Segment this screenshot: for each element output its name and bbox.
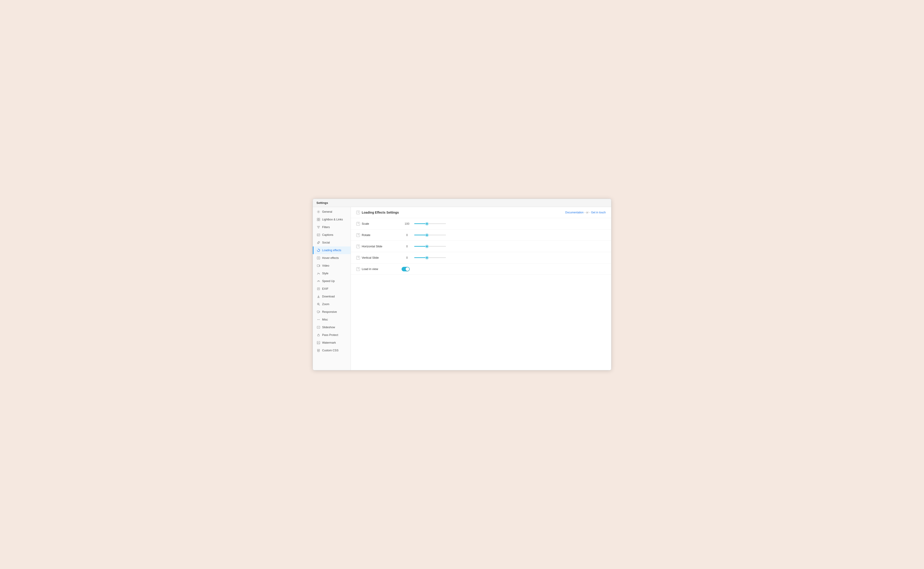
video-icon: [317, 264, 320, 268]
sidebar-label-responsive: Responsive: [322, 310, 337, 313]
setting-value-rotate: 0: [402, 234, 413, 237]
responsive-icon: [317, 310, 320, 314]
svg-rect-2: [319, 218, 320, 219]
slider-thumb-rotate[interactable]: [426, 234, 428, 236]
sidebar-item-hover-effects[interactable]: Hover effects: [313, 254, 350, 262]
svg-point-14: [319, 319, 320, 320]
zoom-icon: [317, 303, 320, 306]
setting-row-scale: ? Scale 100: [351, 218, 611, 230]
sidebar-label-custom-css: Custom CSS: [322, 349, 338, 352]
speedup-icon: [317, 279, 320, 283]
svg-point-13: [318, 319, 319, 320]
setting-label-scale: Scale: [362, 222, 369, 225]
svg-rect-5: [317, 234, 320, 236]
slider-track-horizontal-slide: [414, 246, 446, 246]
sidebar-label-loading-effects: Loading effects: [322, 249, 341, 252]
setting-label-wrap-rotate: ? Rotate: [356, 233, 402, 237]
help-icon-vertical-slide[interactable]: ?: [356, 256, 360, 260]
sidebar-item-social[interactable]: Social: [313, 239, 350, 246]
sidebar-item-speed-up[interactable]: Speed Up: [313, 277, 350, 285]
setting-label-wrap-scale: ? Scale: [356, 222, 402, 226]
header-help-icon[interactable]: ?: [356, 211, 360, 214]
svg-rect-3: [317, 220, 318, 221]
svg-point-0: [318, 211, 319, 212]
layout: General Lightbox & Links Filters Caption…: [313, 207, 611, 370]
get-in-touch-link[interactable]: Get in touch: [591, 211, 606, 214]
setting-value-scale: 100: [402, 222, 413, 225]
setting-label-wrap-vertical-slide: ? Vertical Slide: [356, 256, 402, 260]
hover-icon: [317, 256, 320, 260]
sidebar-item-responsive[interactable]: Responsive: [313, 308, 350, 316]
slider-thumb-vertical-slide[interactable]: [426, 256, 428, 259]
slider-thumb-horizontal-slide[interactable]: [426, 245, 428, 248]
sidebar-label-hover-effects: Hover effects: [322, 256, 338, 260]
captions-icon: [317, 233, 320, 237]
slider-track-scale: [414, 223, 446, 224]
main-header-left: ? Loading Effects Settings: [356, 211, 399, 214]
sidebar-item-exif[interactable]: EXIF: [313, 285, 350, 293]
sidebar-label-misc: Misc: [322, 318, 328, 321]
sidebar-label-filters: Filters: [322, 226, 330, 229]
sidebar-item-slideshow[interactable]: Slideshow: [313, 324, 350, 331]
sidebar-item-video[interactable]: Video: [313, 262, 350, 269]
style-icon: [317, 272, 320, 275]
documentation-link[interactable]: Documentation: [565, 211, 584, 214]
svg-rect-7: [317, 265, 319, 267]
sidebar-item-misc[interactable]: Misc: [313, 316, 350, 324]
help-icon-scale[interactable]: ?: [356, 222, 360, 226]
misc-icon: [317, 318, 320, 321]
slider-scale[interactable]: [414, 223, 446, 224]
grid-icon: [317, 218, 320, 221]
setting-label-rotate: Rotate: [362, 233, 370, 237]
sidebar-item-download[interactable]: Download: [313, 293, 350, 300]
toggle-knob-load-in-view: [406, 267, 409, 271]
sidebar-item-lightbox-links[interactable]: Lightbox & Links: [313, 216, 350, 223]
svg-rect-1: [317, 218, 318, 219]
svg-rect-16: [317, 335, 319, 336]
slider-horizontal-slide[interactable]: [414, 246, 446, 246]
slider-thumb-scale[interactable]: [426, 222, 428, 225]
slider-rotate[interactable]: [414, 235, 446, 235]
passprotect-icon: [317, 333, 320, 337]
slider-fill-horizontal-slide: [414, 246, 427, 246]
sidebar-item-custom-css[interactable]: Custom CSS: [313, 347, 350, 354]
svg-rect-17: [317, 341, 320, 344]
sidebar-item-pass-protect[interactable]: Pass Protect: [313, 331, 350, 339]
setting-label-wrap-load-in-view: ? Load in view: [356, 267, 402, 271]
slider-track-rotate: [414, 235, 446, 235]
sidebar-item-style[interactable]: Style: [313, 269, 350, 277]
watermark-icon: [317, 341, 320, 345]
svg-rect-11: [319, 312, 320, 312]
window-title: Settings: [316, 201, 328, 205]
main-header-links: Documentation - or - Get in touch: [565, 211, 606, 214]
help-icon-load-in-view[interactable]: ?: [356, 267, 360, 271]
sidebar-item-watermark[interactable]: Watermark: [313, 339, 350, 347]
slider-fill-rotate: [414, 235, 427, 235]
setting-label-wrap-horizontal-slide: ? Horizontal Slide: [356, 245, 402, 248]
sidebar-label-pass-protect: Pass Protect: [322, 333, 338, 336]
sidebar: General Lightbox & Links Filters Caption…: [313, 207, 351, 370]
loading-icon: [317, 248, 320, 252]
setting-label-horizontal-slide: Horizontal Slide: [362, 245, 382, 248]
sidebar-item-filters[interactable]: Filters: [313, 223, 350, 231]
help-icon-rotate[interactable]: ?: [356, 233, 360, 237]
sidebar-item-captions[interactable]: Captions: [313, 231, 350, 239]
slideshow-icon: [317, 326, 320, 329]
slider-track-vertical-slide: [414, 257, 446, 258]
sidebar-item-zoom[interactable]: Zoom: [313, 300, 350, 308]
setting-label-vertical-slide: Vertical Slide: [362, 256, 379, 259]
slider-fill-scale: [414, 223, 427, 224]
svg-rect-4: [319, 220, 320, 221]
sidebar-item-general[interactable]: General: [313, 208, 350, 216]
help-icon-horizontal-slide[interactable]: ?: [356, 245, 360, 248]
slider-vertical-slide[interactable]: [414, 257, 446, 258]
toggle-load-in-view[interactable]: [402, 267, 410, 271]
sidebar-label-social: Social: [322, 241, 330, 244]
sidebar-label-speed-up: Speed Up: [322, 280, 335, 283]
setting-row-vertical-slide: ? Vertical Slide 0: [351, 252, 611, 263]
settings-rows: ? Scale 100 ? Rotate 0: [351, 218, 611, 275]
main-content: ? Loading Effects Settings Documentation…: [351, 207, 611, 370]
main-header: ? Loading Effects Settings Documentation…: [351, 207, 611, 218]
sidebar-item-loading-effects[interactable]: Loading effects: [313, 246, 350, 254]
sidebar-label-video: Video: [322, 264, 329, 267]
